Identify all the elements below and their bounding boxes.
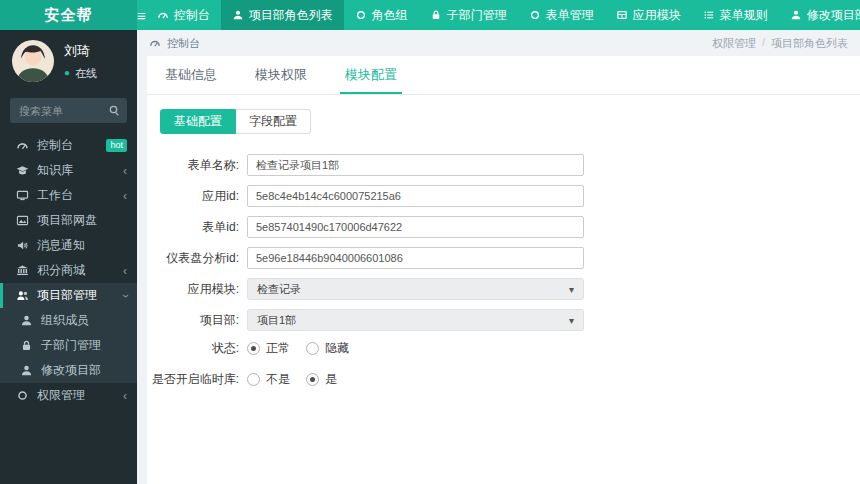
field-label: 应用模块: [147, 281, 247, 298]
top-tab-menu-rule[interactable]: 菜单规则 [692, 0, 779, 30]
radio-option-yes[interactable]: 是 [306, 371, 337, 388]
sidebar-item-org-members[interactable]: 组织成员 [0, 308, 137, 333]
select-value: 项目1部 [257, 313, 296, 328]
lock-icon [430, 9, 442, 21]
top-tab-sub-department[interactable]: 子部门管理 [419, 0, 518, 30]
radio-icon [247, 373, 260, 386]
desktop-icon [16, 189, 29, 202]
top-tab-project-role-list[interactable]: 项目部角色列表 [221, 0, 344, 30]
radio-label: 隐藏 [325, 340, 349, 357]
form-row-app-module: 应用模块: 检查记录 ▾ [147, 278, 860, 300]
breadcrumb-link-permission[interactable]: 权限管理 [712, 36, 756, 51]
form-row-form-name: 表单名称: [147, 154, 860, 176]
top-tab-role-group[interactable]: 角色组 [344, 0, 419, 30]
breadcrumb-label: 控制台 [167, 36, 200, 51]
breadcrumb-link-role-list[interactable]: 项目部角色列表 [771, 36, 848, 51]
tab-module-permission[interactable]: 模块权限 [250, 56, 312, 94]
radio-icon [247, 342, 260, 355]
top-tab-edit-project[interactable]: 修改项目部 [779, 0, 860, 30]
project-dept-select[interactable]: 项目1部 ▾ [247, 309, 584, 331]
top-tab-bar: 控制台 项目部角色列表 角色组 子部门管理 表单管理 应用模块 [146, 0, 860, 30]
tachometer-icon [157, 9, 169, 21]
select-value: 检查记录 [257, 282, 301, 297]
sidebar-item-sub-department[interactable]: 子部门管理 [0, 333, 137, 358]
tab-module-config[interactable]: 模块配置 [340, 56, 402, 94]
user-icon [790, 9, 802, 21]
radio-option-no[interactable]: 不是 [247, 371, 290, 388]
tab-bar: 基础信息 模块权限 模块配置 [147, 56, 860, 95]
sidebar-item-label: 工作台 [37, 187, 115, 204]
app-module-select[interactable]: 检查记录 ▾ [247, 278, 584, 300]
sidebar-item-project-netdisk[interactable]: 项目部网盘 [0, 208, 137, 233]
subtab-group: 基础配置 字段配置 [160, 109, 860, 134]
sidebar-item-label: 积分商城 [37, 262, 115, 279]
sidebar-item-label: 知识库 [37, 162, 115, 179]
sidebar-item-edit-project[interactable]: 修改项目部 [0, 358, 137, 383]
field-label: 表单名称: [147, 157, 247, 174]
top-tab-label: 角色组 [372, 7, 408, 24]
subtab-label: 基础配置 [174, 114, 222, 128]
form-row-status: 状态: 正常 隐藏 [147, 340, 860, 357]
topbar: 安全帮 ≡ 控制台 项目部角色列表 角色组 子部门管理 表单管 [0, 0, 860, 30]
top-tab-label: 菜单规则 [720, 7, 768, 24]
sidebar-toggle-button[interactable]: ≡ [137, 0, 146, 30]
sidebar-item-permission-manage[interactable]: 权限管理 ‹ [0, 383, 137, 408]
users-icon [16, 289, 29, 302]
sidebar-submenu: 组织成员 子部门管理 修改项目部 [0, 308, 137, 383]
user-icon [20, 364, 33, 377]
tab-label: 模块配置 [345, 67, 397, 82]
field-label: 表单id: [147, 219, 247, 236]
tachometer-icon [149, 37, 161, 49]
sidebar-item-workbench[interactable]: 工作台 ‹ [0, 183, 137, 208]
radio-option-hidden[interactable]: 隐藏 [306, 340, 349, 357]
avatar [12, 40, 54, 82]
radio-label: 不是 [266, 371, 290, 388]
radio-option-normal[interactable]: 正常 [247, 340, 290, 357]
sidebar-item-label: 消息通知 [37, 237, 127, 254]
app-id-input[interactable] [247, 185, 584, 207]
user-icon [20, 314, 33, 327]
graduation-icon [16, 164, 29, 177]
sidebar-item-notifications[interactable]: 消息通知 [0, 233, 137, 258]
sidebar-item-console[interactable]: 控制台 hot [0, 133, 137, 158]
field-label: 是否开启临时库: [147, 371, 247, 388]
sidebar-item-points-mall[interactable]: 积分商城 ‹ [0, 258, 137, 283]
sidebar-submenu-wrap: 组织成员 子部门管理 修改项目部 [0, 308, 137, 383]
top-tab-form-manage[interactable]: 表单管理 [518, 0, 605, 30]
subtab-label: 字段配置 [249, 114, 297, 128]
brand-logo[interactable]: 安全帮 [0, 0, 137, 30]
field-label: 项目部: [147, 312, 247, 329]
form-row-temp-db: 是否开启临时库: 不是 是 [147, 371, 860, 388]
sidebar-menu: 控制台 hot 知识库 ‹ 工作台 ‹ 项目部网盘 消息通知 [0, 133, 137, 408]
sidebar-item-knowledge-base[interactable]: 知识库 ‹ [0, 158, 137, 183]
field-label: 仪表盘分析id: [147, 250, 247, 267]
circle-icon [355, 9, 367, 21]
tab-basic-info[interactable]: 基础信息 [160, 56, 222, 94]
tab-label: 模块权限 [255, 67, 307, 82]
form-id-input[interactable] [247, 216, 584, 238]
user-icon [232, 9, 244, 21]
radio-icon [306, 373, 319, 386]
top-tab-label: 表单管理 [546, 7, 594, 24]
form-row-app-id: 应用id: [147, 185, 860, 207]
subtab-basic-config[interactable]: 基础配置 [160, 109, 236, 134]
top-tab-app-module[interactable]: 应用模块 [605, 0, 692, 30]
sidebar-item-label: 修改项目部 [41, 362, 127, 379]
subtab-field-config[interactable]: 字段配置 [236, 109, 311, 134]
chevron-left-icon: ‹ [123, 390, 127, 402]
breadcrumb-current: 控制台 [149, 36, 200, 51]
search-button[interactable] [108, 103, 121, 121]
sidebar-item-project-manage[interactable]: 项目部管理 ‹ [0, 283, 137, 308]
top-tab-console[interactable]: 控制台 [146, 0, 221, 30]
breadcrumb-separator: / [762, 36, 765, 51]
sidebar-item-label: 组织成员 [41, 312, 127, 329]
form-name-input[interactable] [247, 154, 584, 176]
chevron-left-icon: ‹ [123, 165, 127, 177]
caret-down-icon: ▾ [569, 284, 574, 295]
chevron-left-icon: ‹ [123, 265, 127, 277]
chevron-down-icon: ‹ [119, 294, 131, 298]
module-config-form: 表单名称: 应用id: 表单id: 仪表盘分析id: 应用模块: [147, 154, 860, 388]
dashboard-analysis-id-input[interactable] [247, 247, 584, 269]
temp-db-radio-group: 不是 是 [247, 371, 337, 388]
top-tab-label: 修改项目部 [807, 7, 860, 24]
